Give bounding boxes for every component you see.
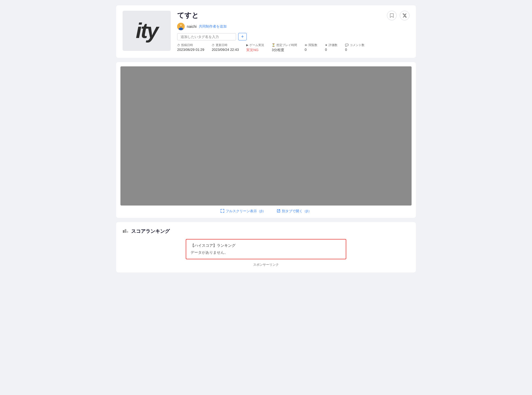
playtime-value: 3分程度 — [272, 48, 297, 52]
meta-row: ⏱ 投稿日時 2023/06/29 01:29 ⏱ 更新日時 2023/09/2… — [177, 43, 409, 52]
meta-ratings: ★ 評価数 0 — [325, 43, 337, 52]
header-actions — [387, 11, 409, 20]
twitter-button[interactable] — [400, 11, 409, 20]
ranking-box: 【ハイスコア】ランキング データがありません。 — [186, 239, 346, 259]
avatar — [177, 23, 185, 30]
author-name: naichi — [187, 24, 197, 29]
post-date-value: 2023/06/29 01:29 — [177, 48, 204, 52]
ranking-box-empty: データがありません。 — [191, 250, 341, 255]
meta-stream: ▶ ゲーム実況 実況NG — [246, 43, 264, 52]
hourglass-icon: ⏳ — [272, 43, 275, 47]
meta-playtime: ⏳ 想定プレイ時間 3分程度 — [272, 43, 297, 52]
author-row: naichi 共同制作者を追加 — [177, 23, 409, 30]
tag-input[interactable] — [177, 33, 236, 40]
twitter-icon — [402, 13, 407, 18]
bookmark-icon — [390, 13, 394, 18]
ranking-box-title: 【ハイスコア】ランキング — [191, 243, 341, 248]
sponsor-link: スポンサーリンク — [123, 263, 409, 267]
fullscreen-link[interactable]: フルスクリーン表示（β） — [221, 209, 266, 214]
player-links: フルスクリーン表示（β） 別タブで開く（β） — [120, 209, 412, 214]
svg-point-2 — [179, 28, 183, 30]
ranking-box-inner: 【ハイスコア】ランキング データがありません。 — [186, 240, 346, 259]
clock-icon-2: ⏱ — [212, 44, 215, 47]
eye-icon: 👁 — [305, 44, 307, 47]
svg-rect-6 — [127, 231, 128, 233]
comment-icon: 💬 — [345, 43, 349, 47]
meta-views: 👁 閲覧数 0 — [305, 43, 317, 52]
game-canvas[interactable] — [120, 66, 412, 206]
page-wrapper: ity てすと naichi 共同制作者を追加 — [105, 0, 427, 282]
game-title: てすと — [177, 11, 409, 20]
game-thumbnail: ity — [123, 11, 171, 51]
game-player-section: フルスクリーン表示（β） 別タブで開く（β） — [116, 62, 416, 218]
tag-add-button[interactable]: + — [238, 33, 247, 40]
newtab-icon — [277, 209, 280, 214]
header-info: てすと naichi 共同制作者を追加 + — [177, 11, 409, 52]
star-icon: ★ — [325, 43, 328, 47]
add-collaborator-link[interactable]: 共同制作者を追加 — [199, 24, 227, 29]
fullscreen-icon — [221, 209, 224, 214]
meta-comments: 💬 コメント数 0 — [345, 43, 364, 52]
views-value: 0 — [305, 48, 317, 52]
svg-rect-4 — [123, 230, 124, 233]
svg-rect-5 — [125, 229, 126, 233]
section-title: スコアランキング — [123, 227, 409, 235]
ratings-value: 0 — [325, 48, 337, 52]
ranking-icon — [123, 227, 128, 235]
meta-post-date: ⏱ 投稿日時 2023/06/29 01:29 — [177, 43, 204, 52]
tag-input-row: + — [177, 33, 409, 40]
meta-update-date: ⏱ 更新日時 2023/09/24 22:43 — [212, 43, 239, 52]
newtab-link[interactable]: 別タブで開く（β） — [277, 209, 311, 214]
update-date-value: 2023/09/24 22:43 — [212, 48, 239, 52]
comments-value: 0 — [345, 48, 364, 52]
clock-icon: ⏱ — [177, 44, 180, 47]
ranking-section: スコアランキング 【ハイスコア】ランキング データがありません。 スポンサーリン… — [116, 222, 416, 272]
stream-value: 実況NG — [246, 48, 264, 52]
bookmark-button[interactable] — [387, 11, 397, 20]
header-section: ity てすと naichi 共同制作者を追加 — [116, 5, 416, 58]
video-icon: ▶ — [246, 43, 248, 47]
